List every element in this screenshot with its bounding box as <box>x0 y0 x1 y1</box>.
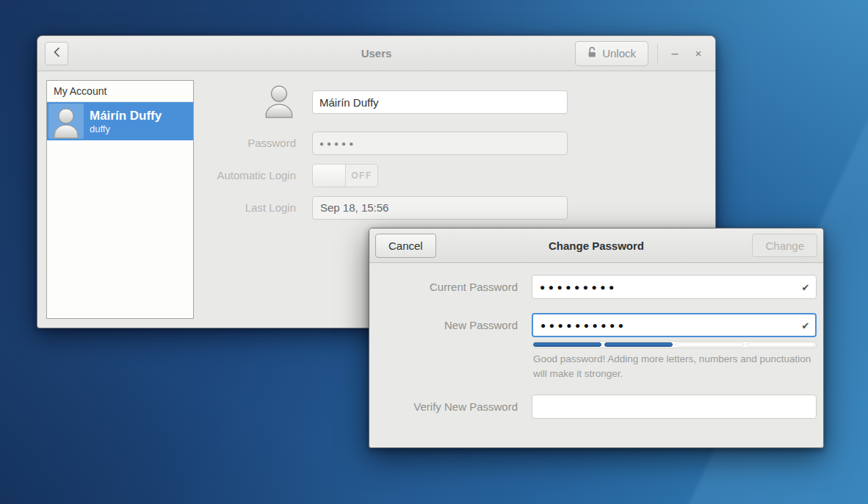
minimize-button[interactable]: – <box>665 44 684 63</box>
unlock-button[interactable]: Unlock <box>575 41 648 66</box>
account-avatar-button[interactable] <box>264 84 294 118</box>
dialog-headerbar: Cancel Change Password Change <box>369 228 823 263</box>
verify-password-label: Verify New Password <box>369 395 525 419</box>
new-password-label: New Password <box>369 313 525 337</box>
new-password-input[interactable] <box>532 313 817 337</box>
password-label: Password <box>37 132 305 155</box>
toggle-state: OFF <box>346 165 377 187</box>
password-hint-text: Good password! Adding more letters, numb… <box>533 352 821 381</box>
unlock-label: Unlock <box>602 47 636 60</box>
lock-open-icon <box>587 46 597 60</box>
desktop: { "window": { "title": "Users", "back_gl… <box>0 0 868 504</box>
user-list-section-my-account: My Account <box>47 81 193 102</box>
change-button[interactable]: Change <box>752 234 817 257</box>
password-strength-meter <box>532 341 817 348</box>
headerbar-separator <box>657 44 658 63</box>
current-password-label: Current Password <box>369 275 525 299</box>
strength-segment-filled <box>604 342 673 347</box>
strength-segment-empty <box>747 342 815 347</box>
last-login-button[interactable]: Sep 18, 15:56 <box>312 196 568 220</box>
automatic-login-toggle[interactable]: OFF <box>312 164 378 187</box>
full-name-input[interactable] <box>312 90 568 114</box>
person-icon <box>264 84 294 118</box>
users-headerbar: Users Unlock – × <box>37 36 715 71</box>
current-password-input[interactable] <box>532 275 817 299</box>
change-password-dialog: Cancel Change Password Change Current Pa… <box>369 228 824 448</box>
last-login-label: Last Login <box>37 196 305 220</box>
strength-segment-empty <box>676 342 744 347</box>
chevron-left-icon <box>53 47 60 60</box>
password-field[interactable] <box>312 132 568 155</box>
cancel-button[interactable]: Cancel <box>375 234 436 258</box>
back-button[interactable] <box>45 42 68 65</box>
toggle-knob <box>313 165 346 187</box>
strength-segment-filled <box>533 342 601 347</box>
user-full-name: Máirín Duffy <box>90 108 162 123</box>
automatic-login-label: Automatic Login <box>37 164 305 187</box>
verify-password-input[interactable] <box>532 395 817 419</box>
user-info: Máirín Duffy duffy <box>90 108 162 135</box>
close-button[interactable]: × <box>689 44 708 63</box>
